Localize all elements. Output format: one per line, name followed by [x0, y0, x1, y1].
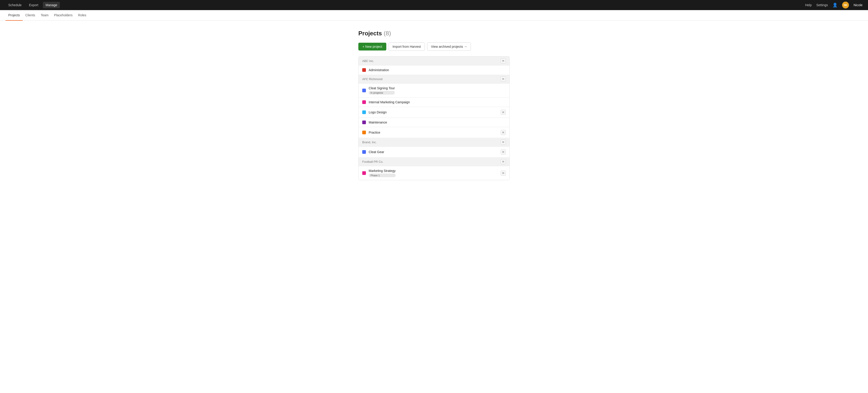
- project-color-dot-1-4: [362, 131, 366, 134]
- project-name-2-0: Cleat Gear: [369, 150, 384, 154]
- client-name-0: ABC Inc.: [362, 59, 374, 63]
- project-row-left-1-2: Logo Design: [362, 110, 387, 114]
- harvest-icon-project-2-0: H: [501, 149, 506, 155]
- project-row-left-2-0: Cleat Gear: [362, 150, 384, 154]
- harvest-icon-client-3: H: [501, 159, 506, 164]
- project-name-1-3: Maintenance: [369, 120, 387, 124]
- user-name-label: Nicole: [854, 3, 863, 7]
- tab-projects[interactable]: Projects: [5, 10, 23, 21]
- project-info-1-0: Cleat Signing TourIn progress: [369, 86, 395, 94]
- view-archived-button[interactable]: View archived projects →: [427, 43, 471, 51]
- sub-nav: Projects Clients Team Placeholders Roles: [0, 10, 868, 21]
- main-content: Projects (8) + New project Import from H…: [354, 21, 514, 189]
- manage-nav-btn[interactable]: Manage: [43, 2, 60, 8]
- project-name-3-0: Marketing Strategy: [369, 169, 396, 173]
- project-color-dot-1-1: [362, 100, 366, 104]
- settings-link[interactable]: Settings: [816, 3, 828, 7]
- user-icon: 👤: [833, 2, 838, 7]
- table-row[interactable]: Internal Marketing Campaign: [359, 97, 509, 107]
- project-name-1-2: Logo Design: [369, 110, 387, 114]
- client-group-header-2: Brand, Inc.H: [359, 138, 509, 146]
- new-project-button[interactable]: + New project: [358, 43, 386, 51]
- project-info-2-0: Cleat Gear: [369, 150, 384, 154]
- project-info-1-2: Logo Design: [369, 110, 387, 114]
- table-row[interactable]: Cleat GearH: [359, 146, 509, 157]
- project-color-dot-1-3: [362, 120, 366, 124]
- top-nav: Schedule Export Manage Help Settings 👤 N…: [0, 0, 868, 10]
- project-row-left-3-0: Marketing StrategyPhase 1: [362, 169, 396, 177]
- project-row-left-1-1: Internal Marketing Campaign: [362, 100, 410, 104]
- top-nav-right: Help Settings 👤 NK Nicole: [805, 2, 863, 8]
- table-row[interactable]: Logo DesignH: [359, 107, 509, 117]
- tab-clients[interactable]: Clients: [23, 10, 38, 21]
- project-name-1-1: Internal Marketing Campaign: [369, 100, 410, 104]
- harvest-icon-project-1-4: H: [501, 130, 506, 135]
- help-link[interactable]: Help: [805, 3, 812, 7]
- client-name-3: Football PR Co.: [362, 160, 383, 164]
- table-row[interactable]: Administration: [359, 65, 509, 75]
- project-row-left-1-0: Cleat Signing TourIn progress: [362, 86, 395, 94]
- action-bar: + New project Import from Harvest View a…: [358, 43, 510, 51]
- avatar[interactable]: NK: [842, 2, 849, 8]
- project-info-1-4: Practice: [369, 131, 380, 134]
- client-name-1: AFC Richmond: [362, 77, 382, 81]
- tab-roles[interactable]: Roles: [75, 10, 89, 21]
- project-info-1-3: Maintenance: [369, 120, 387, 124]
- project-tag-3-0: Phase 1: [369, 173, 396, 177]
- client-group-header-3: Football PR Co.H: [359, 157, 509, 166]
- project-name-1-0: Cleat Signing Tour: [369, 86, 395, 90]
- client-group-header-0: ABC Inc.H: [359, 56, 509, 65]
- table-row[interactable]: Marketing StrategyPhase 1H: [359, 166, 509, 180]
- client-group-header-1: AFC RichmondH: [359, 75, 509, 83]
- project-info-1-1: Internal Marketing Campaign: [369, 100, 410, 104]
- harvest-icon-client-2: H: [501, 140, 506, 145]
- table-row[interactable]: Maintenance: [359, 117, 509, 127]
- project-row-left-1-3: Maintenance: [362, 120, 387, 124]
- project-info-3-0: Marketing StrategyPhase 1: [369, 169, 396, 177]
- harvest-icon-client-0: H: [501, 58, 506, 63]
- project-color-dot-2-0: [362, 150, 366, 154]
- project-row-left-0-0: Administration: [362, 68, 389, 72]
- export-nav-btn[interactable]: Export: [26, 2, 41, 8]
- project-color-dot-0-0: [362, 68, 366, 72]
- harvest-icon-client-1: H: [501, 77, 506, 82]
- project-info-0-0: Administration: [369, 68, 389, 72]
- schedule-nav-btn[interactable]: Schedule: [5, 2, 24, 8]
- page-header: Projects (8): [358, 30, 510, 37]
- tab-placeholders[interactable]: Placeholders: [51, 10, 75, 21]
- projects-list: ABC Inc.HAdministrationAFC RichmondHClea…: [358, 56, 510, 180]
- client-name-2: Brand, Inc.: [362, 140, 377, 144]
- project-color-dot-1-0: [362, 89, 366, 92]
- harvest-icon-project-1-2: H: [501, 110, 506, 115]
- top-nav-left: Schedule Export Manage: [5, 2, 60, 8]
- project-row-left-1-4: Practice: [362, 131, 380, 134]
- project-name-1-4: Practice: [369, 131, 380, 134]
- page-title: Projects: [358, 30, 382, 37]
- import-harvest-button[interactable]: Import from Harvest: [389, 43, 425, 51]
- harvest-icon-project-3-0: H: [501, 171, 506, 176]
- project-tag-1-0: In progress: [369, 91, 395, 94]
- project-count: (8): [384, 30, 391, 37]
- tab-team[interactable]: Team: [38, 10, 51, 21]
- table-row[interactable]: PracticeH: [359, 127, 509, 138]
- project-color-dot-1-2: [362, 110, 366, 114]
- project-color-dot-3-0: [362, 171, 366, 175]
- table-row[interactable]: Cleat Signing TourIn progress: [359, 83, 509, 97]
- project-name-0-0: Administration: [369, 68, 389, 72]
